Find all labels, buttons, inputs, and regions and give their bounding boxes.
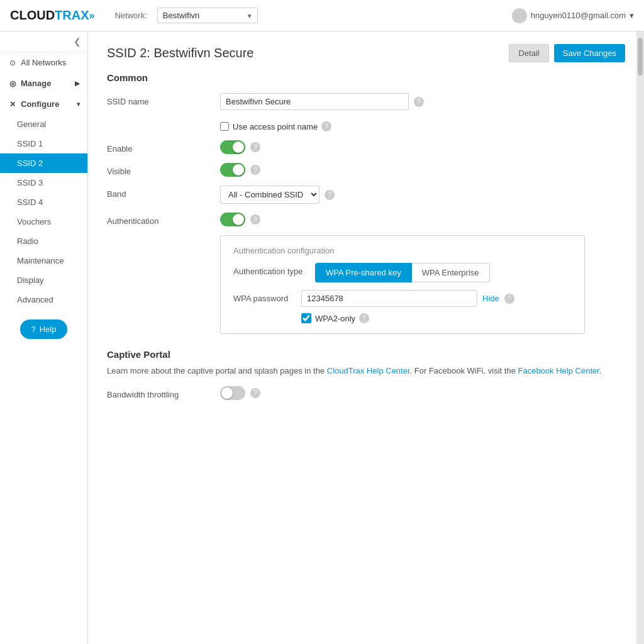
bandwidth-control: ?: [220, 386, 625, 400]
scrollbar[interactable]: [636, 31, 644, 644]
sidebar-item-manage[interactable]: ◎ Manage ▶: [0, 73, 87, 94]
auth-label: Authentication: [107, 213, 220, 226]
configure-icon: ✕: [9, 100, 16, 109]
wpa2-only-row: WPA2-only ?: [301, 313, 572, 323]
save-changes-button[interactable]: Save Changes: [554, 44, 625, 62]
wpa2-only-label: WPA2-only: [315, 314, 355, 323]
sidebar-item-general[interactable]: General: [0, 114, 87, 134]
sidebar-item-label-manage: Manage: [21, 79, 51, 88]
ssid-name-help-icon: ?: [414, 97, 424, 107]
hide-password-button[interactable]: Hide: [482, 294, 499, 303]
configure-expand-icon: ▾: [77, 101, 80, 108]
sidebar-collapse-button[interactable]: ❮: [74, 36, 81, 47]
sidebar-item-all-networks[interactable]: ⊙ All Networks: [0, 52, 87, 73]
auth-toggle-slider: [220, 213, 245, 226]
auth-toggle[interactable]: [220, 213, 245, 226]
layout: ❮ ⊙ All Networks ◎ Manage ▶ ✕ Configure …: [0, 31, 644, 644]
captive-portal-title: Captive Portal: [107, 349, 625, 360]
help-button[interactable]: ? Help: [20, 319, 68, 339]
sidebar-label-ssid3: SSID 3: [17, 178, 43, 187]
sidebar-label-general: General: [17, 119, 46, 129]
band-help-icon: ?: [325, 190, 335, 200]
sidebar-label-maintenance: Maintenance: [17, 256, 64, 265]
logo-cloud-text: CLOUD: [10, 8, 55, 23]
band-control: All - Combined SSID 2.4 GHz only 5 GHz o…: [220, 186, 625, 204]
auth-type-buttons: WPA Pre-shared key WPA Enterprise: [315, 263, 490, 282]
bandwidth-toggle-wrap: ?: [220, 386, 260, 400]
sidebar-label-ssid1: SSID 1: [17, 139, 43, 148]
logo-trax-text: TRAX: [55, 8, 89, 23]
user-expand-icon: ▾: [630, 11, 634, 20]
visible-help-icon: ?: [250, 165, 260, 175]
use-ap-help-icon: ?: [321, 121, 331, 131]
wpa2-only-checkbox[interactable]: [301, 313, 311, 323]
sidebar-item-maintenance[interactable]: Maintenance: [0, 251, 87, 270]
use-ap-control: Use access point name ?: [220, 119, 625, 131]
sidebar-label-ssid4: SSID 4: [17, 197, 43, 207]
use-ap-label: Use access point name: [233, 122, 318, 131]
ssid-name-control: ?: [220, 93, 625, 110]
logo: CLOUDTRAX»: [10, 8, 94, 23]
band-row: Band All - Combined SSID 2.4 GHz only 5 …: [107, 186, 625, 204]
topbar: CLOUDTRAX» Network: Bestwifivn hnguyen01…: [0, 0, 644, 31]
auth-config-title: Authentication configuration: [233, 246, 572, 255]
facebook-help-link[interactable]: Facebook Help Center: [518, 366, 599, 375]
auth-type-control: WPA Pre-shared key WPA Enterprise: [315, 263, 572, 282]
ssid-name-row: SSID name ?: [107, 93, 625, 110]
page-title: SSID 2: Bestwifivn Secure: [107, 46, 253, 60]
wpa-psk-button[interactable]: WPA Pre-shared key: [315, 263, 412, 282]
auth-help-icon: ?: [250, 214, 260, 225]
band-select[interactable]: All - Combined SSID 2.4 GHz only 5 GHz o…: [220, 186, 319, 204]
enable-toggle-slider: [220, 140, 245, 154]
visible-toggle[interactable]: [220, 163, 245, 177]
wpa-password-label: WPA password: [233, 294, 296, 303]
scroll-thumb: [638, 38, 643, 75]
enable-row: Enable ?: [107, 140, 625, 154]
sidebar: ❮ ⊙ All Networks ◎ Manage ▶ ✕ Configure …: [0, 31, 88, 644]
sidebar-item-ssid2[interactable]: SSID 2: [0, 153, 87, 173]
cloudtrax-help-link[interactable]: CloudTrax Help Center: [327, 366, 410, 375]
manage-expand-icon: ▶: [75, 80, 80, 87]
auth-type-label: Authentication type: [233, 263, 315, 276]
detail-button[interactable]: Detail: [509, 44, 548, 62]
bandwidth-toggle-slider: [220, 386, 245, 400]
topbar-right[interactable]: hnguyen0110@gmail.com ▾: [512, 8, 634, 23]
visible-toggle-slider: [220, 163, 245, 177]
enable-toggle-wrap: ?: [220, 140, 260, 154]
sidebar-item-ssid4[interactable]: SSID 4: [0, 192, 87, 212]
sidebar-item-advanced[interactable]: Advanced: [0, 290, 87, 309]
sidebar-item-display[interactable]: Display: [0, 270, 87, 290]
user-email: hnguyen0110@gmail.com: [531, 11, 626, 20]
wpa2-help-icon: ?: [359, 313, 369, 323]
auth-config-section: Authentication configuration Authenticat…: [220, 235, 585, 334]
sidebar-item-ssid1[interactable]: SSID 1: [0, 134, 87, 153]
wpa-enterprise-button[interactable]: WPA Enterprise: [412, 263, 490, 282]
captive-desc-pre: Learn more about the captive portal and …: [107, 366, 327, 375]
sidebar-item-ssid3[interactable]: SSID 3: [0, 173, 87, 192]
network-select[interactable]: Bestwifivn: [157, 8, 258, 23]
sidebar-label-vouchers: Vouchers: [17, 217, 51, 226]
use-ap-checkbox[interactable]: [220, 122, 229, 131]
sidebar-item-vouchers[interactable]: Vouchers: [0, 212, 87, 231]
wpa-password-row: WPA password Hide ?: [233, 290, 572, 307]
bandwidth-toggle[interactable]: [220, 386, 245, 400]
sidebar-label-radio: Radio: [17, 236, 38, 246]
ssid-name-input[interactable]: [220, 93, 409, 110]
help-circle-icon: ?: [31, 325, 36, 334]
sidebar-collapse: ❮: [0, 31, 87, 52]
header-buttons: Detail Save Changes: [509, 44, 625, 62]
wpa-password-help-icon: ?: [504, 294, 514, 304]
sidebar-item-radio[interactable]: Radio: [0, 231, 87, 251]
wpa-password-input[interactable]: [301, 290, 477, 307]
enable-toggle[interactable]: [220, 140, 245, 154]
captive-desc-post: .: [599, 366, 602, 375]
network-label: Network:: [114, 11, 147, 20]
visible-row: Visible ?: [107, 163, 625, 177]
bandwidth-row: Bandwidth throttling ?: [107, 386, 625, 400]
captive-portal-section: Captive Portal Learn more about the capt…: [107, 349, 625, 400]
enable-control: ?: [220, 140, 625, 154]
sidebar-item-configure[interactable]: ✕ Configure ▾: [0, 94, 87, 114]
page-header: SSID 2: Bestwifivn Secure Detail Save Ch…: [107, 44, 625, 62]
auth-toggle-wrap: ?: [220, 213, 260, 226]
manage-icon: ◎: [9, 79, 16, 88]
